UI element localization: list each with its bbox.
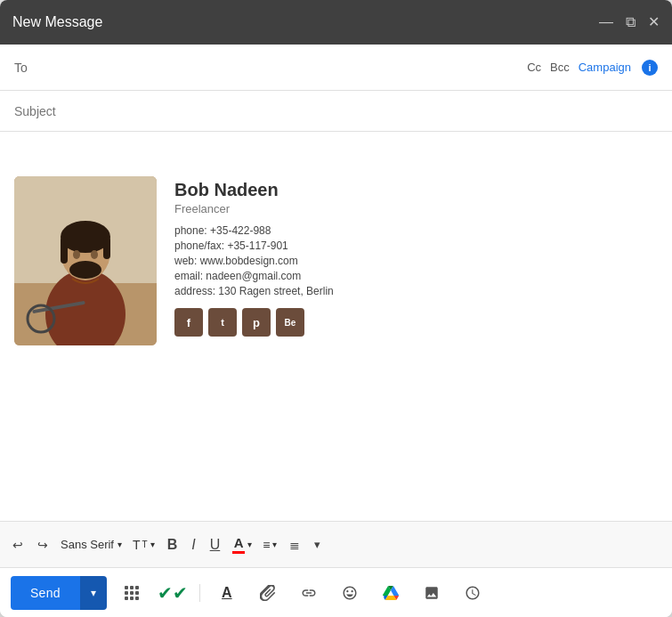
photo-button[interactable]	[416, 577, 448, 609]
italic-button[interactable]: I	[186, 530, 200, 560]
align-icon: ≡	[263, 538, 270, 552]
sig-email: email: nadeen@gmail.com	[174, 270, 658, 282]
sig-name: Bob Nadeen	[174, 180, 658, 200]
twitter-icon[interactable]: t	[208, 308, 237, 337]
font-color-chevron: ▾	[247, 540, 252, 549]
svg-rect-20	[130, 597, 134, 600]
redo-button[interactable]: ↪	[32, 530, 53, 560]
send-dropdown-button[interactable]: ▾	[80, 576, 107, 610]
svg-point-9	[91, 250, 98, 259]
svg-rect-15	[135, 586, 139, 589]
action-bar: Send ▾ ✔✔ A	[0, 567, 672, 617]
schedule-button[interactable]	[457, 577, 489, 609]
subject-input[interactable]	[14, 104, 658, 118]
minimize-button[interactable]: —	[599, 15, 613, 29]
apps-icon	[124, 585, 140, 601]
window-title: New Message	[12, 14, 102, 30]
font-size-chevron: ▾	[150, 540, 155, 549]
font-color-select[interactable]: A ▾	[229, 530, 255, 560]
svg-rect-13	[125, 586, 128, 589]
sig-web: web: www.bobdesign.com	[174, 255, 658, 267]
font-family-label: Sans Serif	[61, 538, 114, 551]
bcc-button[interactable]: Bcc	[550, 61, 570, 74]
font-size-t-small: T	[142, 540, 148, 549]
action-separator	[199, 584, 200, 602]
subject-row	[0, 91, 672, 132]
title-bar: New Message — ⧉ ✕	[0, 0, 672, 45]
format-toolbar: ↩ ↪ Sans Serif ▾ T T ▾ B I U A ▾ ≡ ▾ ≣ ▾	[0, 521, 672, 567]
send-button-group: Send ▾	[11, 576, 107, 610]
sig-phonefax: phone/fax: +35-117-901	[174, 239, 658, 252]
svg-point-5	[61, 221, 110, 253]
attach-button[interactable]	[252, 577, 284, 609]
to-options: Cc Bcc Campaign i	[527, 60, 658, 76]
emoji-icon	[342, 585, 358, 601]
svg-rect-17	[130, 591, 134, 595]
campaign-button[interactable]: Campaign	[579, 61, 631, 74]
behance-icon[interactable]: Be	[276, 308, 304, 337]
to-label: To	[14, 61, 41, 75]
sig-address: address: 130 Ragen street, Berlin	[174, 285, 658, 297]
underline-button[interactable]: U	[205, 530, 226, 560]
sig-phone: phone: +35-422-988	[174, 224, 658, 237]
font-color-icon: A	[232, 535, 245, 554]
font-family-select[interactable]: Sans Serif ▾	[57, 530, 125, 560]
compose-window: New Message — ⧉ ✕ To Cc Bcc Campaign i	[0, 0, 672, 617]
svg-rect-16	[125, 591, 128, 595]
cc-button[interactable]: Cc	[527, 61, 541, 74]
body-area[interactable]: Bob Nadeen Freelancer phone: +35-422-988…	[0, 132, 672, 521]
font-family-chevron: ▾	[117, 540, 122, 549]
resize-button[interactable]: ⧉	[626, 15, 636, 29]
send-arrow-icon: ▾	[91, 587, 96, 599]
link-icon	[301, 585, 317, 601]
to-input[interactable]	[41, 61, 527, 75]
close-button[interactable]: ✕	[648, 15, 660, 29]
svg-rect-6	[61, 237, 68, 264]
facebook-icon[interactable]: f	[174, 308, 203, 337]
align-select[interactable]: ≡ ▾	[259, 530, 280, 560]
drive-button[interactable]	[375, 577, 407, 609]
emoji-button[interactable]	[334, 577, 366, 609]
sig-info: Bob Nadeen Freelancer phone: +35-422-988…	[174, 176, 658, 337]
format-text-button[interactable]: A	[211, 577, 243, 609]
font-size-icon: T	[133, 538, 141, 552]
clock-icon	[465, 585, 481, 601]
list-button[interactable]: ≣	[284, 530, 305, 560]
link-button[interactable]	[293, 577, 325, 609]
photo-icon	[424, 585, 440, 601]
svg-rect-14	[130, 586, 134, 589]
spell-check-button[interactable]: ✔✔	[157, 577, 189, 609]
svg-rect-19	[125, 597, 128, 600]
campaign-info-icon[interactable]: i	[642, 60, 658, 76]
align-chevron: ▾	[272, 540, 277, 549]
svg-point-8	[73, 250, 80, 259]
svg-rect-18	[135, 591, 139, 595]
svg-rect-7	[103, 237, 110, 259]
send-button[interactable]: Send	[11, 576, 80, 610]
to-row: To Cc Bcc Campaign i	[0, 45, 672, 91]
sig-title-text: Freelancer	[174, 202, 658, 215]
font-size-select[interactable]: T T ▾	[129, 530, 158, 560]
signature-card: Bob Nadeen Freelancer phone: +35-422-988…	[14, 176, 658, 345]
svg-rect-21	[135, 597, 139, 600]
pinterest-icon[interactable]: p	[242, 308, 271, 337]
sig-photo	[14, 176, 157, 345]
more-format-button[interactable]: ▾	[309, 530, 326, 560]
svg-point-10	[69, 261, 101, 279]
apps-button[interactable]	[116, 577, 148, 609]
check-icon: ✔✔	[158, 582, 188, 604]
drive-icon	[383, 585, 399, 601]
format-text-icon: A	[222, 585, 232, 601]
sig-socials: f t p Be	[174, 308, 658, 337]
undo-button[interactable]: ↩	[7, 530, 28, 560]
bold-button[interactable]: B	[162, 530, 183, 560]
title-bar-controls: — ⧉ ✕	[599, 15, 660, 29]
attach-icon	[260, 585, 276, 601]
